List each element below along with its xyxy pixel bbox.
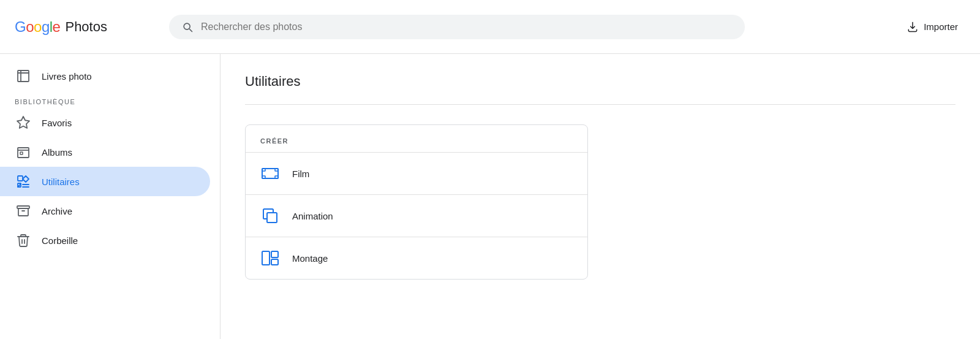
logo[interactable]: Google Photos [15,18,149,36]
svg-rect-14 [271,251,278,257]
search-icon [181,21,194,33]
create-card: CRÉER Film [245,124,588,280]
sidebar-item-archive[interactable]: Archive [0,196,210,226]
svg-rect-13 [262,251,270,265]
trash-icon [15,233,32,248]
svg-rect-0 [18,70,29,82]
card-item-film-label: Film [292,169,309,179]
svg-rect-6 [262,169,278,178]
sidebar-section-library: BIBLIOTHÈQUE [0,91,220,108]
card-item-animation-label: Animation [292,211,333,221]
page-title: Utilitaires [245,74,956,90]
sidebar: Livres photo BIBLIOTHÈQUE Favoris Albums [0,54,221,339]
card-section-label: CRÉER [246,125,587,152]
utilities-icon [15,174,32,189]
sidebar-item-corbeille[interactable]: Corbeille [0,226,210,255]
svg-rect-12 [267,213,277,223]
album-icon [15,145,32,159]
svg-rect-10 [275,176,278,178]
star-icon [15,115,32,130]
animation-icon [260,206,280,226]
svg-rect-15 [271,259,278,265]
sidebar-item-livres-photo[interactable]: Livres photo [0,61,210,91]
sidebar-item-utilitaires[interactable]: Utilitaires [0,167,210,196]
import-button[interactable]: Importer [899,16,965,38]
svg-rect-7 [262,169,265,171]
sidebar-label-corbeille: Corbeille [42,235,78,246]
svg-rect-9 [262,176,265,178]
main-layout: Livres photo BIBLIOTHÈQUE Favoris Albums [0,54,980,339]
import-icon [907,21,919,33]
card-item-montage-label: Montage [292,253,328,264]
card-item-animation[interactable]: Animation [246,194,587,237]
card-item-montage[interactable]: Montage [246,237,587,279]
sidebar-label-favoris: Favoris [42,118,72,128]
import-label: Importer [924,21,958,32]
svg-rect-8 [275,169,278,171]
logo-photos-text: Photos [65,19,107,35]
svg-rect-3 [18,176,23,181]
film-icon [260,164,280,183]
sidebar-label-albums: Albums [42,147,72,158]
search-bar [169,15,745,39]
book-icon [15,69,32,83]
sidebar-label-archive: Archive [42,206,72,216]
archive-icon [15,204,32,218]
sidebar-label-livres-photo: Livres photo [42,71,92,82]
sidebar-item-favoris[interactable]: Favoris [0,108,210,137]
header: Google Photos Importer [0,0,980,54]
search-input[interactable] [201,21,733,32]
content-area: Utilitaires CRÉER Film [221,54,980,339]
sidebar-item-albums[interactable]: Albums [0,137,210,167]
svg-rect-2 [20,152,23,154]
card-item-film[interactable]: Film [246,152,587,194]
header-actions: Importer [899,16,965,38]
montage-icon [260,248,280,268]
svg-rect-5 [17,206,29,208]
svg-rect-1 [18,148,29,158]
logo-google-text: Google [15,18,60,36]
sidebar-label-utilitaires: Utilitaires [42,177,80,187]
title-divider [245,104,956,105]
